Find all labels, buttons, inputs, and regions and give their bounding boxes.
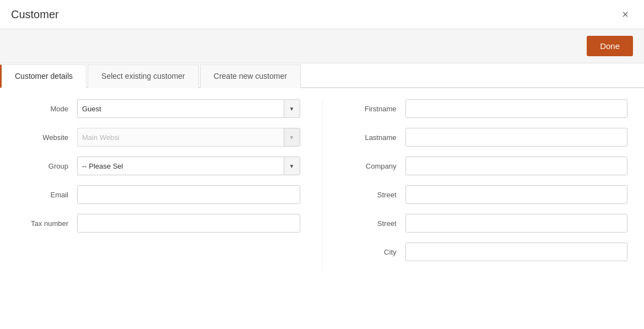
mode-row: Mode Guest ▼ [17, 99, 300, 118]
right-column: Firstname Lastname Company Street [322, 99, 628, 271]
lastname-row: Lastname [345, 128, 628, 147]
lastname-label: Lastname [345, 133, 405, 142]
tab-create-new-customer[interactable]: Create new customer [200, 64, 301, 88]
company-label: Company [345, 162, 405, 170]
form-content: Mode Guest ▼ Website Main Websi [0, 88, 644, 329]
group-row: Group -- Please Sel ▼ [17, 157, 300, 175]
street2-row: Street [345, 214, 628, 233]
mode-select[interactable]: Guest [77, 99, 284, 118]
street1-input[interactable] [405, 185, 628, 204]
street2-input[interactable] [405, 214, 628, 233]
city-row: City [345, 242, 628, 261]
mode-select-arrow[interactable]: ▼ [284, 99, 300, 118]
toolbar: Done [0, 29, 644, 63]
firstname-input[interactable] [405, 99, 628, 118]
tax-number-label: Tax number [17, 219, 77, 228]
close-button[interactable]: × [618, 7, 633, 22]
modal-title: Customer [11, 8, 59, 21]
city-label: City [345, 248, 405, 256]
firstname-row: Firstname [345, 99, 628, 118]
street2-label: Street [345, 219, 405, 228]
firstname-label: Firstname [345, 105, 405, 113]
tab-customer-details[interactable]: Customer details [0, 64, 86, 88]
group-select[interactable]: -- Please Sel [77, 157, 284, 175]
group-select-wrapper: -- Please Sel ▼ [77, 157, 300, 175]
group-label: Group [17, 162, 77, 170]
city-input[interactable] [405, 242, 628, 261]
form-grid: Mode Guest ▼ Website Main Websi [17, 99, 627, 271]
group-select-arrow[interactable]: ▼ [284, 157, 300, 175]
lastname-input[interactable] [405, 128, 628, 147]
left-column: Mode Guest ▼ Website Main Websi [17, 99, 322, 271]
company-row: Company [345, 157, 628, 175]
mode-label: Mode [17, 105, 77, 113]
website-select[interactable]: Main Websi [77, 128, 284, 147]
email-input[interactable] [77, 185, 300, 204]
tax-number-row: Tax number [17, 214, 300, 233]
street1-label: Street [345, 191, 405, 199]
street1-row: Street [345, 185, 628, 204]
website-select-wrapper: Main Websi ▼ [77, 128, 300, 147]
tabs-bar: Customer details Select existing custome… [0, 63, 644, 88]
modal-header: Customer × [0, 0, 644, 29]
company-input[interactable] [405, 157, 628, 175]
tax-number-input[interactable] [77, 214, 300, 233]
website-select-arrow: ▼ [284, 128, 300, 147]
email-label: Email [17, 191, 77, 199]
email-row: Email [17, 185, 300, 204]
website-row: Website Main Websi ▼ [17, 128, 300, 147]
mode-select-wrapper: Guest ▼ [77, 99, 300, 118]
done-button[interactable]: Done [587, 36, 633, 56]
modal-container: Customer × Done Customer details Select … [0, 0, 644, 329]
tab-select-existing-customer[interactable]: Select existing customer [88, 64, 199, 88]
website-label: Website [17, 133, 77, 142]
